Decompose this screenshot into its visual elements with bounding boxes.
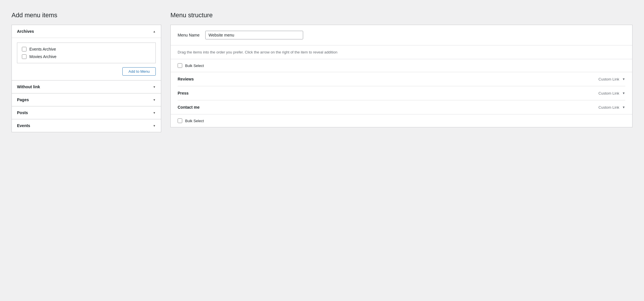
contact-me-chevron-icon[interactable]: ▼ xyxy=(622,106,625,109)
table-row: Reviews Custom Link ▼ xyxy=(178,72,625,86)
events-label: Events xyxy=(17,123,30,128)
reviews-item-type: Custom Link xyxy=(599,77,619,81)
press-item-right: Custom Link ▼ xyxy=(599,91,625,95)
accordion-header-archives[interactable]: Archives ▲ xyxy=(12,25,161,38)
press-item-name: Press xyxy=(178,91,189,95)
events-archive-item: Events Archive xyxy=(22,47,151,51)
archives-body: Events Archive Movies Archive Add to Men… xyxy=(12,38,161,80)
events-arrow: ▼ xyxy=(153,124,156,127)
accordion-item-events: Events ▼ xyxy=(12,119,161,132)
accordion-header-without-link[interactable]: Without link ▼ xyxy=(12,80,161,93)
without-link-label: Without link xyxy=(17,85,40,89)
pages-arrow: ▼ xyxy=(153,98,156,101)
reviews-chevron-icon[interactable]: ▼ xyxy=(622,77,625,81)
events-archive-label[interactable]: Events Archive xyxy=(29,47,56,51)
accordion-header-posts[interactable]: Posts ▼ xyxy=(12,106,161,119)
menu-items-list: Reviews Custom Link ▼ Press Custom Link … xyxy=(171,72,632,114)
bulk-select-bottom-label: Bulk Select xyxy=(185,119,204,123)
menu-structure-title: Menu structure xyxy=(170,11,632,19)
posts-label: Posts xyxy=(17,110,28,115)
movies-archive-item: Movies Archive xyxy=(22,54,151,59)
accordion-header-events[interactable]: Events ▼ xyxy=(12,119,161,132)
menu-name-input[interactable] xyxy=(205,31,303,39)
archives-arrow: ▲ xyxy=(153,30,156,33)
table-row: Press Custom Link ▼ xyxy=(178,86,625,100)
movies-archive-checkbox[interactable] xyxy=(22,54,26,59)
events-archive-checkbox[interactable] xyxy=(22,47,26,51)
accordion-item-archives: Archives ▲ Events Archive Movies Archive xyxy=(12,25,161,80)
menu-name-label: Menu Name xyxy=(178,33,200,37)
bulk-select-top-checkbox[interactable] xyxy=(178,63,182,68)
accordion: Archives ▲ Events Archive Movies Archive xyxy=(12,25,161,132)
table-row: Contact me Custom Link ▼ xyxy=(178,100,625,114)
contact-me-item-right: Custom Link ▼ xyxy=(599,105,625,110)
without-link-arrow: ▼ xyxy=(153,85,156,89)
contact-me-item-name: Contact me xyxy=(178,105,200,110)
press-chevron-icon[interactable]: ▼ xyxy=(622,91,625,95)
pages-label: Pages xyxy=(17,97,29,102)
reviews-item-right: Custom Link ▼ xyxy=(599,77,625,81)
archives-label: Archives xyxy=(17,29,34,34)
bulk-select-bottom-row: Bulk Select xyxy=(171,114,632,127)
bulk-select-top-row: Bulk Select xyxy=(171,59,632,72)
right-panel: Menu structure Menu Name Drag the items … xyxy=(170,11,632,290)
left-panel: Add menu items Archives ▲ Events Archive xyxy=(12,11,161,290)
bulk-select-top-label: Bulk Select xyxy=(185,64,204,68)
contact-me-item-type: Custom Link xyxy=(599,105,619,110)
archives-checkbox-list: Events Archive Movies Archive xyxy=(17,43,156,63)
menu-instructions: Drag the items into the order you prefer… xyxy=(171,45,632,59)
menu-structure-box: Menu Name Drag the items into the order … xyxy=(170,25,632,127)
reviews-item-name: Reviews xyxy=(178,77,194,81)
accordion-item-posts: Posts ▼ xyxy=(12,106,161,119)
add-menu-items-title: Add menu items xyxy=(12,11,161,19)
bulk-select-bottom-checkbox[interactable] xyxy=(178,118,182,123)
menu-name-row: Menu Name xyxy=(171,25,632,45)
accordion-item-without-link: Without link ▼ xyxy=(12,80,161,93)
press-item-type: Custom Link xyxy=(599,91,619,95)
add-to-menu-button[interactable]: Add to Menu xyxy=(122,67,156,76)
movies-archive-label[interactable]: Movies Archive xyxy=(29,54,56,59)
posts-arrow: ▼ xyxy=(153,111,156,114)
accordion-item-pages: Pages ▼ xyxy=(12,93,161,106)
accordion-header-pages[interactable]: Pages ▼ xyxy=(12,93,161,106)
